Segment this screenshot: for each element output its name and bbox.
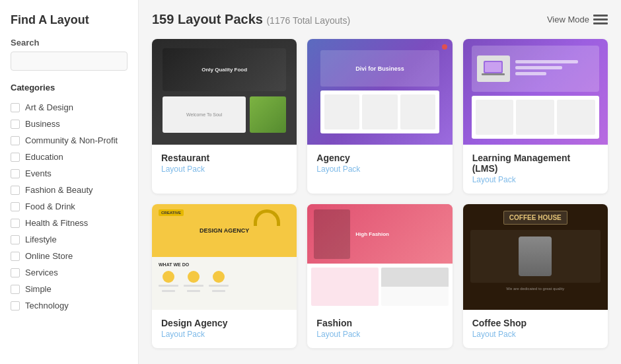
- total-layouts: (1176 Total Layouts): [266, 15, 350, 26]
- card-info-fashion: Fashion Layout Pack: [307, 310, 452, 348]
- category-item-food-drink[interactable]: Food & Drink: [11, 198, 128, 215]
- headphones-icon: [247, 209, 287, 242]
- category-label-services: Services: [25, 268, 58, 277]
- category-label-online-store: Online Store: [25, 251, 73, 261]
- category-label-simple: Simple: [25, 284, 52, 294]
- category-label-food-drink: Food & Drink: [25, 201, 75, 211]
- card-fashion[interactable]: High Fashion Fashion Layout Pack: [307, 204, 452, 348]
- category-checkbox-fashion-beauty[interactable]: [11, 186, 20, 195]
- laptop-icon: [477, 55, 510, 82]
- category-label-lifestyle: Lifestyle: [25, 235, 57, 244]
- category-item-education[interactable]: Education: [11, 149, 128, 165]
- category-label-business: Business: [25, 119, 60, 129]
- card-subtitle-coffee-shop: Layout Pack: [472, 330, 599, 339]
- category-item-technology[interactable]: Technology: [11, 297, 128, 314]
- category-checkbox-art-design[interactable]: [11, 103, 20, 112]
- card-agency[interactable]: Divi for Business Agency Layout Pack: [307, 39, 452, 194]
- category-item-art-design[interactable]: Art & Design: [11, 99, 128, 116]
- category-checkbox-education[interactable]: [11, 153, 20, 162]
- card-image-fashion: High Fashion: [307, 204, 452, 310]
- card-subtitle-fashion: Layout Pack: [316, 330, 443, 339]
- category-checkbox-online-store[interactable]: [11, 252, 20, 261]
- card-info-agency: Agency Layout Pack: [307, 145, 452, 183]
- categories-label: Categories: [11, 83, 128, 92]
- category-checkbox-technology[interactable]: [11, 301, 20, 310]
- category-item-online-store[interactable]: Online Store: [11, 248, 128, 264]
- card-image-coffee-shop: COFFEE HOUSE We are dedicated to great q…: [463, 204, 608, 310]
- card-info-design-agency: Design Agency Layout Pack: [152, 310, 297, 348]
- category-checkbox-simple[interactable]: [11, 285, 20, 294]
- agency-dot-indicator: [442, 44, 447, 50]
- sidebar: Find A Layout Search Categories Art & De…: [0, 0, 139, 364]
- card-info-lms: Learning Management (LMS) Layout Pack: [463, 145, 608, 194]
- category-label-education: Education: [25, 152, 63, 162]
- search-label: Search: [11, 38, 128, 48]
- main-header: 159 Layout Packs (1176 Total Layouts) Vi…: [152, 12, 608, 27]
- card-info-coffee-shop: Coffee Shop Layout Pack: [463, 310, 608, 348]
- category-item-health-fitness[interactable]: Health & Fitness: [11, 215, 128, 231]
- card-subtitle-agency: Layout Pack: [316, 164, 443, 174]
- card-info-restaurant: Restaurant Layout Pack: [152, 145, 297, 183]
- card-subtitle-restaurant: Layout Pack: [161, 164, 287, 174]
- card-title-design-agency: Design Agency: [161, 318, 287, 328]
- category-checkbox-lifestyle[interactable]: [11, 235, 20, 244]
- category-item-fashion-beauty[interactable]: Fashion & Beauty: [11, 182, 128, 198]
- main-content: 159 Layout Packs (1176 Total Layouts) Vi…: [139, 0, 621, 364]
- category-item-business[interactable]: Business: [11, 116, 128, 132]
- category-checkbox-services[interactable]: [11, 268, 20, 277]
- card-image-design-agency: CREATIVE DESIGN AGENCY WHAT WE DO: [152, 204, 297, 310]
- category-checkbox-health-fitness[interactable]: [11, 219, 20, 228]
- category-checkbox-community[interactable]: [11, 136, 20, 145]
- card-title-coffee-shop: Coffee Shop: [472, 318, 599, 328]
- card-title-restaurant: Restaurant: [161, 153, 287, 163]
- card-title-fashion: Fashion: [316, 318, 443, 328]
- search-input[interactable]: [11, 52, 128, 71]
- card-lms[interactable]: Learning Management (LMS) Layout Pack: [463, 39, 608, 194]
- coffee-machine-icon: [519, 237, 552, 276]
- category-item-events[interactable]: Events: [11, 165, 128, 182]
- pack-count-area: 159 Layout Packs (1176 Total Layouts): [152, 12, 350, 27]
- category-label-community: Community & Non-Profit: [25, 135, 118, 145]
- category-checkbox-food-drink[interactable]: [11, 202, 20, 211]
- svg-rect-2: [482, 73, 505, 75]
- view-mode-label: View Mode: [547, 15, 589, 24]
- card-subtitle-design-agency: Layout Pack: [161, 330, 287, 339]
- pack-count: 159 Layout Packs (1176 Total Layouts): [152, 12, 350, 26]
- layout-grid: Only Quality Food Welcome To Soul Restau…: [152, 39, 608, 348]
- view-mode-control[interactable]: View Mode: [547, 15, 608, 25]
- category-list: Art & Design Business Community & Non-Pr…: [11, 99, 128, 314]
- card-subtitle-lms: Layout Pack: [472, 175, 599, 184]
- card-image-lms: [463, 39, 608, 145]
- card-title-lms: Learning Management (LMS): [472, 153, 599, 174]
- category-label-art-design: Art & Design: [25, 102, 73, 112]
- card-image-restaurant: Only Quality Food Welcome To Soul: [152, 39, 297, 145]
- svg-rect-1: [485, 62, 501, 72]
- card-image-agency: Divi for Business: [307, 39, 452, 145]
- card-title-agency: Agency: [316, 153, 443, 163]
- card-restaurant[interactable]: Only Quality Food Welcome To Soul Restau…: [152, 39, 297, 194]
- coffee-badge: COFFEE HOUSE: [503, 211, 567, 225]
- category-label-fashion-beauty: Fashion & Beauty: [25, 185, 93, 195]
- sidebar-title: Find A Layout: [11, 13, 128, 27]
- category-label-events: Events: [25, 168, 52, 178]
- category-item-lifestyle[interactable]: Lifestyle: [11, 231, 128, 248]
- category-checkbox-events[interactable]: [11, 169, 20, 178]
- category-item-simple[interactable]: Simple: [11, 281, 128, 297]
- view-mode-icon: [593, 15, 608, 25]
- category-item-community[interactable]: Community & Non-Profit: [11, 132, 128, 149]
- category-label-technology: Technology: [25, 301, 69, 310]
- category-checkbox-business[interactable]: [11, 120, 20, 129]
- category-label-health-fitness: Health & Fitness: [25, 218, 88, 228]
- category-item-services[interactable]: Services: [11, 264, 128, 281]
- card-coffee-shop[interactable]: COFFEE HOUSE We are dedicated to great q…: [463, 204, 608, 348]
- fashion-model: [314, 209, 350, 259]
- card-design-agency[interactable]: CREATIVE DESIGN AGENCY WHAT WE DO: [152, 204, 297, 348]
